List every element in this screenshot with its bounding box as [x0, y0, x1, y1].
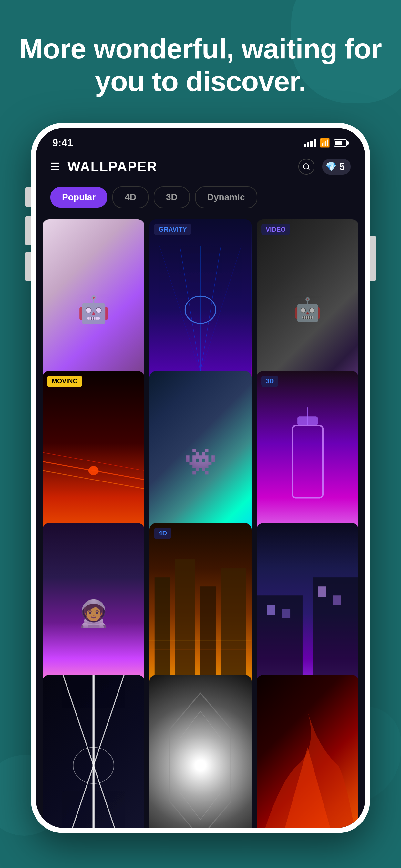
wallpaper-card-12[interactable] [257, 675, 359, 828]
header-actions: 💎 5 [298, 159, 351, 175]
menu-icon[interactable]: ☰ [50, 160, 60, 173]
badge-gravity: GRAVITY [154, 224, 191, 235]
svg-rect-28 [318, 586, 326, 597]
gem-icon: 💎 [326, 161, 337, 172]
signal-bar-4 [313, 139, 316, 147]
hero-text: More wonderful, waiting for you to disco… [19, 32, 382, 97]
svg-rect-27 [282, 609, 290, 618]
badge-4d: 4D [154, 528, 172, 539]
gems-badge[interactable]: 💎 5 [322, 159, 351, 175]
search-icon [303, 163, 310, 170]
status-icons: 📶 [304, 138, 349, 148]
app-title: WALLPAPER [67, 159, 298, 175]
wifi-icon: 📶 [320, 138, 330, 148]
svg-marker-35 [180, 711, 221, 819]
badge-video: VIDEO [261, 224, 290, 235]
wallpaper-grid: 🤖 Science fiction ... [36, 216, 365, 828]
phone-mockup: 9:41 📶 [31, 123, 370, 833]
svg-rect-26 [267, 604, 275, 616]
category-tabs: Popular 4D 3D Dynamic [36, 181, 365, 216]
tab-dynamic[interactable]: Dynamic [195, 186, 257, 208]
svg-marker-34 [170, 693, 231, 828]
status-bar: 9:41 📶 [36, 128, 365, 152]
signal-bar-2 [307, 143, 309, 147]
signal-icon [304, 139, 316, 147]
phone-screen: 9:41 📶 [36, 128, 365, 828]
svg-point-13 [89, 466, 99, 475]
gem-count: 5 [339, 161, 345, 172]
wallpaper-card-10[interactable] [42, 675, 144, 828]
signal-bar-1 [304, 144, 306, 147]
phone-button-silent [25, 252, 31, 281]
svg-point-0 [304, 164, 309, 169]
phone-button-power [370, 236, 376, 281]
battery-icon [334, 140, 349, 147]
svg-line-1 [308, 168, 309, 169]
tab-popular[interactable]: Popular [50, 187, 107, 208]
app-header: ☰ WALLPAPER 💎 5 [36, 152, 365, 181]
tab-4d[interactable]: 4D [112, 186, 149, 208]
phone-button-volume-down [25, 216, 31, 245]
search-button[interactable] [298, 159, 314, 175]
tab-3d[interactable]: 3D [154, 186, 190, 208]
wallpaper-card-11[interactable] [150, 675, 251, 828]
badge-moving: MOVING [47, 376, 82, 387]
phone-outer: 9:41 📶 [31, 123, 370, 833]
status-time: 9:41 [52, 137, 73, 149]
svg-rect-29 [333, 595, 341, 604]
signal-bar-3 [310, 141, 312, 147]
phone-button-volume-up [25, 187, 31, 207]
badge-3d: 3D [261, 376, 279, 387]
